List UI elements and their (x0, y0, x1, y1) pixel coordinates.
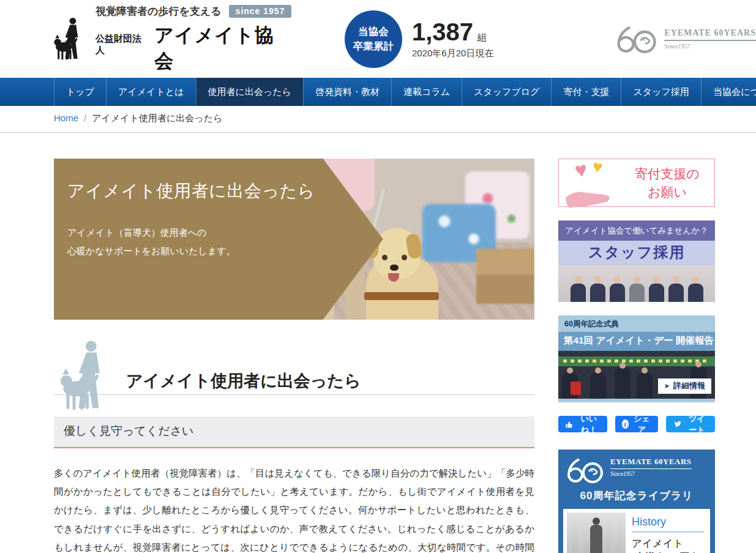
staff-figure (668, 276, 684, 302)
nav-item-meeting-users[interactable]: 使用者に出会ったら (196, 78, 303, 106)
event-photo-figure (615, 368, 631, 399)
anniversary-60-icon (564, 457, 605, 484)
breadcrumb: Home / アイメイト使用者に出会ったら (0, 106, 756, 133)
facebook-like-button[interactable]: いいね！ (558, 416, 607, 432)
library-logo-title: EYEMATE 60YEARS (610, 457, 692, 469)
staff-figure (590, 276, 605, 302)
hero-subtitle-line2: 心暖かなサポートをお願いいたします。 (67, 242, 236, 260)
facebook-icon: f (622, 419, 629, 429)
anniversary-event-banner[interactable]: 60周年記念式典 第41回 アイメイト・デー 開催報告 ➤ 詳細情報 (558, 315, 715, 402)
donation-banner[interactable]: ♥ ♥ 寄付支援の お願い (558, 159, 715, 207)
history-photo (567, 513, 626, 553)
nav-item-about-org[interactable]: 当協会について (701, 78, 756, 106)
hero-photo-dog-nose (390, 265, 399, 271)
hero-subtitle-line1: アイメイト（盲導犬）使用者への (67, 224, 236, 242)
main-layout: アイメイト使用者に出会ったら アイメイト（盲導犬）使用者への 心暖かなサポートを… (54, 159, 715, 553)
like-label: いいね！ (577, 413, 601, 435)
nav-item-column[interactable]: 連載コラム (391, 78, 462, 106)
site-tagline: 視覚障害者の歩行を支える (95, 4, 222, 18)
hero-photo-dog-eye (402, 255, 407, 260)
event-photo-red-sign (571, 382, 581, 395)
title-divider (54, 394, 534, 395)
event-photo: ➤ 詳細情報 (558, 351, 715, 399)
library-card-info: History アイメイト (盲導犬)の歴史 (632, 513, 706, 553)
recruit-question: アイメイト協会で働いてみませんか？ (558, 220, 715, 241)
header-inner: 視覚障害者の歩行を支える since 1957 公益財団法人 アイメイト協会 当… (54, 4, 756, 74)
library-heading: 60周年記念ライブラリ (563, 487, 710, 509)
org-name: アイメイト協会 (154, 23, 293, 74)
anniversary-logo-subtitle: Since1957 (664, 43, 756, 50)
hero-title: アイメイト使用者に出会ったら (67, 179, 315, 203)
arrow-right-icon: ➤ (664, 382, 670, 390)
library-history-card[interactable]: History アイメイト (盲導犬)の歴史 (563, 509, 710, 553)
history-photo-person-head (593, 517, 600, 525)
event-title: 第41回 アイメイト・デー 開催報告 (558, 332, 715, 351)
staff-group-photo (558, 265, 715, 302)
section-heading: 優しく見守ってください (54, 416, 534, 448)
stats-circle-badge: 当協会 卒業累計 (345, 10, 402, 68)
history-title-line2: (盲導犬)の歴史 (632, 550, 706, 553)
nav-item-about-eyemate[interactable]: アイメイトとは (106, 78, 195, 106)
facebook-share-button[interactable]: f シェア (615, 416, 658, 432)
graduation-count: 1,387 (412, 18, 473, 46)
nav-item-donation[interactable]: 寄付・支援 (551, 78, 621, 106)
anniversary-60-logo: EYEMATE 60YEARS Since1957 (614, 24, 756, 54)
hero-subtitle: アイメイト（盲導犬）使用者への 心暖かなサポートをお願いいたします。 (67, 224, 236, 260)
tweet-label: ツイート (686, 413, 708, 435)
stats-badge-line2: 卒業累計 (353, 39, 394, 53)
org-type: 公益財団法人 (95, 33, 150, 56)
heart-icon: ♥ (591, 158, 604, 176)
recruit-title: スタッフ採用 (558, 241, 715, 265)
hero-photo-dog-harness (364, 292, 439, 300)
anniversary-logo-text: EYEMATE 60YEARS Since1957 (664, 28, 756, 50)
event-detail-button[interactable]: ➤ 詳細情報 (658, 378, 711, 394)
nav-item-materials[interactable]: 啓発資料・教材 (303, 78, 391, 106)
site-header: 視覚障害者の歩行を支える since 1957 公益財団法人 アイメイト協会 当… (0, 0, 756, 78)
staff-figure (571, 276, 586, 302)
breadcrumb-home-link[interactable]: Home (54, 113, 78, 123)
hand-hearts-icon: ♥ ♥ (559, 159, 625, 206)
nav-item-recruit[interactable]: スタッフ採用 (621, 78, 700, 106)
stats-numbers: 1,387 組 2020年6月20日現在 (412, 18, 493, 59)
share-label: シェア (632, 413, 651, 435)
donation-banner-text: 寄付支援の お願い (625, 165, 714, 201)
content-column: アイメイト使用者に出会ったら アイメイト（盲導犬）使用者への 心暖かなサポートを… (54, 159, 534, 553)
nav-item-staff-blog[interactable]: スタッフブログ (462, 78, 551, 106)
library-60-logo: EYEMATE 60YEARS Since1957 (563, 456, 710, 487)
guide-dog-logo-icon (54, 15, 87, 63)
logo-text: 視覚障害者の歩行を支える since 1957 公益財団法人 アイメイト協会 (95, 4, 293, 74)
page-title: アイメイト使用者に出会ったら (126, 347, 534, 392)
anniversary-logo-title: EYEMATE 60YEARS (664, 28, 756, 41)
history-photo-person (590, 525, 602, 553)
event-photo-figure (590, 373, 606, 399)
anniversary-library-widget: EYEMATE 60YEARS Since1957 60周年記念ライブラリ Hi… (558, 450, 715, 553)
history-title: アイメイト (盲導犬)の歴史 (632, 536, 706, 553)
event-photo-banner-text (563, 359, 710, 363)
since-badge: since 1957 (229, 5, 292, 18)
nav-item-top[interactable]: トップ (54, 78, 106, 106)
history-tag: History (632, 516, 704, 532)
page-title-block: アイメイト使用者に出会ったら (54, 347, 534, 408)
staff-figure (629, 276, 645, 302)
stats-badge-line1: 当協会 (358, 24, 389, 39)
anniversary-60-icon (614, 24, 658, 54)
staff-figure (649, 276, 664, 302)
history-title-line1: アイメイト (632, 536, 706, 550)
staff-recruit-banner[interactable]: アイメイト協会で働いてみませんか？ スタッフ採用 (558, 220, 715, 302)
body-paragraph: 多くのアイメイト使用者（視覚障害者）は、「目は見えなくても、できる限り自分の力で… (54, 464, 534, 553)
sidebar: ♥ ♥ 寄付支援の お願い アイメイト協会で働いてみませんか？ スタッフ採用 (558, 159, 715, 553)
stats-as-of-date: 2020年6月20日現在 (412, 48, 493, 59)
library-logo-text: EYEMATE 60YEARS Since1957 (610, 457, 692, 477)
tweet-button[interactable]: ツイート (666, 416, 715, 432)
breadcrumb-separator: / (84, 113, 86, 123)
event-photo-banner (558, 356, 715, 366)
hero-banner: アイメイト使用者に出会ったら アイメイト（盲導犬）使用者への 心暖かなサポートを… (54, 159, 534, 320)
library-logo-subtitle: Since1957 (610, 471, 692, 477)
event-tag: 60周年記念式典 (558, 315, 715, 332)
donation-text-line1: 寄付支援の (625, 165, 709, 182)
site-logo[interactable]: 視覚障害者の歩行を支える since 1957 公益財団法人 アイメイト協会 (54, 4, 293, 74)
guide-dog-watermark-icon (55, 339, 119, 413)
hero-photo-boxes (476, 249, 534, 304)
main-nav: トップ アイメイトとは 使用者に出会ったら 啓発資料・教材 連載コラム スタッフ… (0, 78, 756, 106)
staff-figure (610, 276, 625, 302)
